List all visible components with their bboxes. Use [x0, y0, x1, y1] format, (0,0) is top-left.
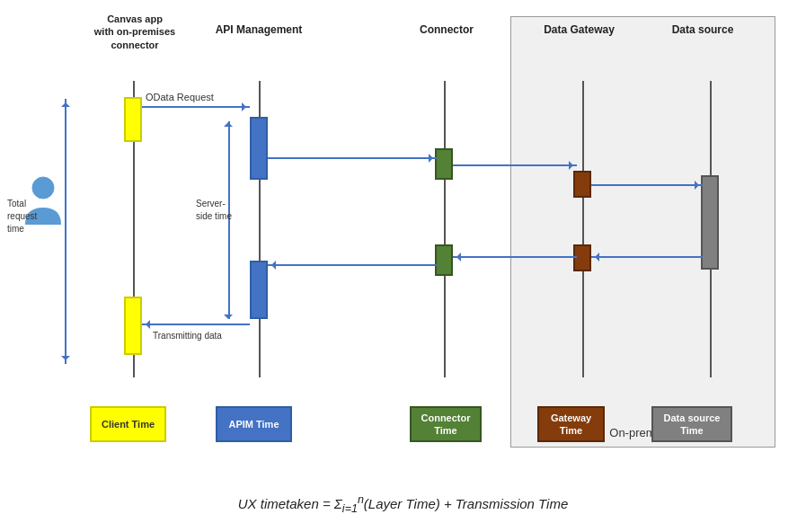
arrow-odata-request — [142, 106, 250, 108]
main-container: On-premises Canvas appwith on-premisesco… — [0, 0, 806, 532]
server-side-arrow-top — [224, 118, 233, 127]
diagram-area: On-premises Canvas appwith on-premisesco… — [0, 0, 806, 476]
arrow-gateway-connector-return — [453, 256, 577, 258]
formula-text: UX timetaken = Σi=1n(Layer Time) + Trans… — [238, 493, 569, 515]
server-side-label: Server-side time — [196, 198, 232, 223]
col-header-datasource: Data source — [667, 23, 739, 38]
connector-block-top — [435, 148, 453, 180]
apim-block-bottom — [250, 261, 268, 319]
timeline-connector — [444, 81, 446, 377]
server-side-arrow-bottom — [224, 315, 233, 324]
legend-datasource: Data sourceTime — [651, 406, 732, 442]
onpremises-box: On-premises — [510, 16, 775, 448]
arrow-connector-apim-return — [268, 264, 437, 266]
datasource-block — [701, 175, 719, 270]
arrow-connector-gateway — [453, 164, 577, 166]
arrow-apim-connector — [268, 157, 437, 159]
odata-request-label: OData Request — [146, 92, 214, 102]
timeline-gateway — [582, 81, 584, 377]
transmitting-label: Transmitting data — [153, 331, 222, 341]
legend-gateway: GatewayTime — [537, 406, 605, 442]
col-header-connector: Connector — [411, 23, 483, 38]
legend-client: Client Time — [90, 406, 166, 442]
legend-connector: ConnectorTime — [410, 406, 482, 442]
arrow-apim-canvas-return — [142, 324, 250, 325]
col-header-gateway: Data Gateway — [541, 23, 617, 38]
legend-apim: APIM Time — [216, 406, 292, 442]
apim-block-top — [250, 117, 268, 180]
total-request-arrow — [65, 99, 66, 364]
arrow-datasource-gateway-return — [591, 256, 703, 258]
col-header-apim: API Management — [214, 23, 304, 38]
canvas-block-bottom — [124, 297, 142, 355]
connector-block-bottom — [435, 244, 453, 276]
gateway-block-top — [573, 171, 591, 198]
formula-area: UX timetaken = Σi=1n(Layer Time) + Trans… — [0, 476, 806, 532]
col-header-canvas: Canvas appwith on-premisesconnector — [90, 13, 180, 51]
total-request-label: Totalrequesttime — [7, 198, 61, 235]
svg-point-0 — [32, 177, 54, 199]
arrow-gateway-datasource — [591, 184, 703, 186]
gateway-block-bottom — [573, 244, 591, 271]
canvas-block-top — [124, 97, 142, 142]
